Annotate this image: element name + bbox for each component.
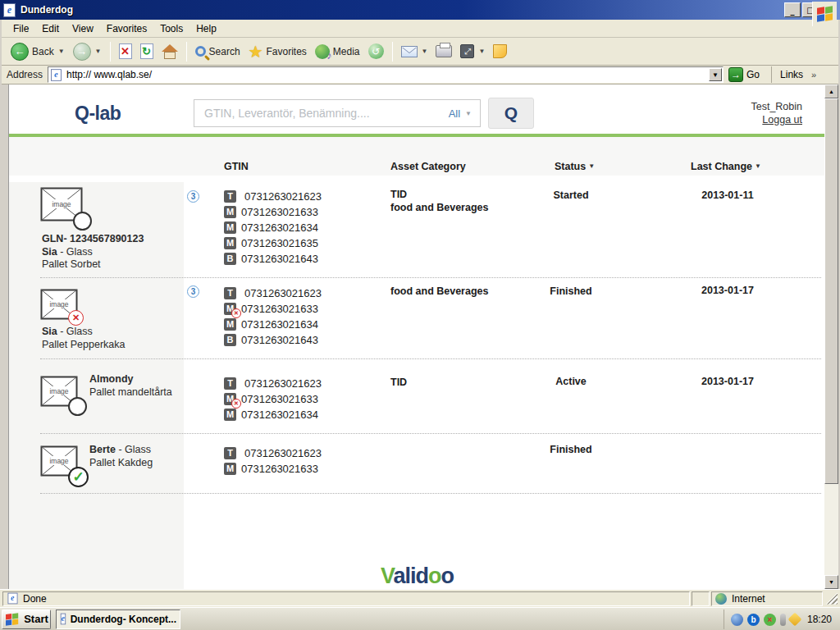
tray-audio-icon[interactable]	[731, 614, 743, 626]
search-input[interactable]	[194, 107, 449, 120]
ie-document-icon: e	[3, 3, 16, 17]
row-separator	[40, 358, 821, 359]
favorites-star-icon: ★	[249, 44, 263, 59]
minimize-button[interactable]: _	[784, 2, 801, 17]
status-cell: Active	[530, 376, 612, 387]
image-approved-icon: ✓	[68, 467, 89, 487]
address-bar: Address e http:// www.qlab.se/ ▼ → Go Li…	[2, 66, 838, 84]
back-button[interactable]: ← Back ▼	[7, 40, 69, 63]
resize-grip[interactable]	[826, 593, 838, 605]
print-button[interactable]	[431, 43, 456, 60]
column-header-status[interactable]: Status▼	[555, 161, 595, 172]
last-change-cell: 2013-01-17	[690, 285, 765, 296]
sort-arrow-icon: ▼	[588, 162, 595, 170]
refresh-button[interactable]: ↻	[136, 41, 158, 62]
stop-button[interactable]: ✕	[115, 41, 136, 62]
edit-icon: ⤢	[460, 44, 474, 58]
vertical-scrollbar[interactable]: ▲ ▼	[824, 84, 838, 589]
row-separator	[40, 277, 821, 278]
favorites-button[interactable]: ★ Favorites	[244, 42, 311, 62]
product-supplier: Sia - Glass	[42, 326, 125, 339]
taskbar-task-button[interactable]: e Dunderdog- Koncept...	[56, 609, 180, 629]
forward-icon: →	[73, 43, 91, 61]
start-button[interactable]: Start	[2, 609, 51, 629]
gtin-value: 0731263021643	[241, 334, 318, 346]
mail-dropdown-icon[interactable]: ▼	[422, 48, 428, 55]
links-toolbar[interactable]: Links »	[771, 66, 816, 83]
page-content: Q-lab All ▼ Q Test_Robin Logga ut GTIN A…	[8, 84, 824, 589]
row-separator	[40, 433, 821, 434]
svg-text:image: image	[52, 200, 71, 208]
gtin-row: M✕0731263021633	[224, 392, 318, 405]
edit-button[interactable]: ⤢ ▼	[456, 42, 489, 61]
gtin-type-badge-t: T	[224, 377, 236, 390]
system-tray: b × 18:20	[724, 609, 838, 629]
forward-dropdown-icon[interactable]: ▼	[95, 48, 102, 55]
supplier-suffix: - Glass	[116, 444, 151, 455]
go-arrow-icon: →	[728, 67, 743, 82]
validoo-logo-part: o	[441, 564, 454, 588]
notes-button[interactable]	[489, 42, 511, 61]
gtin-value: 0731263021633	[241, 303, 318, 315]
back-dropdown-icon[interactable]: ▼	[58, 48, 65, 55]
gtin-row: M0731263021634	[224, 408, 318, 421]
menu-item-favorites[interactable]: Favorites	[100, 21, 153, 36]
supplier-suffix: - Glass	[57, 326, 93, 337]
menu-item-file[interactable]: File	[7, 21, 35, 36]
scroll-up-icon[interactable]: ▲	[824, 84, 838, 98]
start-label: Start	[24, 613, 48, 625]
last-change-cell: 2013-01-17	[690, 376, 765, 387]
title-bar: e Dunderdog _ □ ✕	[0, 0, 840, 20]
gtin-type-badge-b: B	[224, 334, 236, 346]
address-dropdown-icon[interactable]: ▼	[709, 68, 722, 81]
category-line: TID	[390, 376, 407, 389]
search-filter-dropdown[interactable]: All ▼	[449, 107, 480, 120]
status-panel: e Done	[2, 591, 690, 606]
home-button[interactable]	[158, 42, 182, 62]
home-icon	[162, 44, 178, 59]
user-block: Test_Robin Logga ut	[751, 101, 802, 126]
media-button[interactable]: Media	[311, 42, 364, 62]
svg-text:image: image	[49, 300, 68, 308]
search-submit-button[interactable]: Q	[488, 98, 534, 129]
table-row: imageAlmondyPallet mandeltårtaT073126302…	[9, 361, 824, 433]
address-input[interactable]: e http:// www.qlab.se/ ▼	[48, 66, 724, 83]
gtin-type-badge-t: T	[224, 190, 236, 203]
mail-button[interactable]: ▼	[397, 43, 432, 60]
search-label: Search	[209, 46, 240, 57]
gtin-value: 0731263021634	[241, 409, 318, 421]
scroll-down-icon[interactable]: ▼	[824, 575, 838, 589]
menu-item-edit[interactable]: Edit	[35, 21, 66, 36]
tray-offline-user-icon[interactable]: ×	[764, 614, 776, 626]
menu-item-tools[interactable]: Tools	[153, 21, 189, 36]
gtin-value: 0731263021633	[241, 463, 318, 475]
svg-text:image: image	[49, 387, 68, 395]
tray-bluetooth-icon[interactable]: b	[747, 614, 760, 626]
tray-alert-icon[interactable]	[788, 613, 801, 627]
menu-item-view[interactable]: View	[66, 21, 100, 36]
product-supplier: Berte - Glass	[89, 444, 153, 457]
search-button[interactable]: Search	[191, 43, 244, 60]
status-cell: Finished	[530, 285, 612, 297]
forward-button[interactable]: → ▼	[69, 40, 106, 63]
scrollbar-thumb[interactable]	[824, 98, 838, 484]
refresh-icon: ↻	[140, 43, 153, 59]
validoo-logo: Validoo	[9, 564, 824, 589]
gtin-row: M0731263021633	[224, 205, 318, 218]
logout-link[interactable]: Logga ut	[762, 114, 802, 126]
menu-item-help[interactable]: Help	[189, 21, 223, 36]
edit-dropdown-icon[interactable]: ▼	[478, 48, 485, 55]
supplier-suffix: - Glass	[57, 246, 93, 258]
qlab-logo[interactable]: Q-lab	[75, 103, 121, 125]
stop-icon: ✕	[119, 43, 132, 59]
column-header-last-change[interactable]: Last Change▼	[691, 161, 761, 172]
zone-text: Internet	[732, 593, 765, 605]
gtin-type-badge-m: M✕	[224, 303, 236, 315]
tray-device-icon[interactable]	[780, 614, 786, 626]
menu-bar: FileEditViewFavoritesToolsHelp	[2, 20, 838, 38]
go-button[interactable]: → Go	[728, 67, 760, 82]
chevron-right-icon[interactable]: »	[811, 70, 816, 80]
product-supplier: Almondy	[89, 373, 172, 386]
history-button[interactable]: ↺	[364, 41, 388, 62]
gtin-value: 0731263021643	[241, 253, 318, 265]
